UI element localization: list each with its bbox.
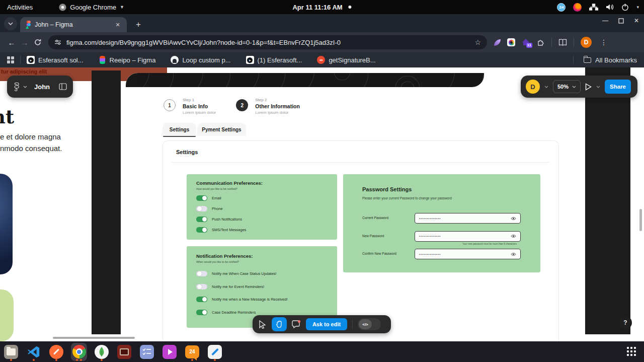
folder-icon bbox=[584, 57, 591, 63]
figma-canvas[interactable]: tur adipiscing elit nt e et dolore magna… bbox=[0, 67, 644, 341]
password-field-row: New Password •••••••••••••• Your new pas… bbox=[362, 231, 521, 242]
bookmark-item[interactable]: Loop custom p... bbox=[171, 56, 230, 64]
profile-avatar[interactable]: D bbox=[581, 37, 592, 48]
zoom-dropdown[interactable]: 50% bbox=[553, 80, 581, 93]
flame-icon[interactable] bbox=[573, 3, 582, 12]
clock-label: Apr 11 11:16 AM bbox=[292, 4, 342, 11]
bookmark-item[interactable]: Reeipo – Figma bbox=[99, 56, 156, 64]
app-menu[interactable]: Google Chrome ▼ bbox=[59, 4, 124, 11]
mysql-workbench-app-icon[interactable] bbox=[116, 343, 132, 361]
network-icon[interactable] bbox=[589, 4, 598, 11]
maximize-icon[interactable] bbox=[618, 18, 624, 24]
reading-list-icon[interactable] bbox=[558, 39, 567, 46]
chat-app-icon[interactable]: 24 bbox=[184, 343, 200, 361]
bookmark-favicon bbox=[100, 56, 105, 64]
bookmark-item[interactable]: getSignatureB... bbox=[317, 56, 375, 64]
bookmark-star-icon[interactable]: ☆ bbox=[474, 38, 481, 46]
preference-row: SMS/Text Messages bbox=[196, 227, 328, 233]
move-tool-icon[interactable] bbox=[259, 320, 267, 329]
code-icon: </> bbox=[359, 319, 372, 329]
share-button[interactable]: Share bbox=[605, 80, 631, 94]
bookmark-favicon bbox=[246, 56, 254, 64]
dark-frame-left bbox=[92, 70, 121, 334]
stepper-step: 1 Step 1 Basic Info Lorem ipsum dolor bbox=[164, 98, 216, 115]
browser-tab[interactable]: John – Figma ✕ bbox=[20, 17, 127, 32]
tasks-app-icon[interactable] bbox=[139, 343, 155, 361]
notes-app-icon[interactable] bbox=[207, 343, 223, 361]
green-card-fragment bbox=[0, 289, 14, 341]
vertical-scrollbar[interactable] bbox=[639, 209, 642, 231]
indicator-dot-icon bbox=[349, 6, 352, 9]
password-field-row: Confirm New Password •••••••••••••• bbox=[362, 249, 521, 260]
chevron-down-icon[interactable]: ▾ bbox=[636, 5, 639, 10]
minimize-icon[interactable]: — bbox=[602, 17, 608, 24]
dev-mode-toggle[interactable]: </> bbox=[358, 318, 381, 330]
bookmark-item[interactable]: (1) Esferasoft... bbox=[246, 56, 302, 64]
bookmark-favicon bbox=[171, 56, 179, 64]
panel-toggle-icon[interactable] bbox=[59, 83, 67, 90]
help-button[interactable]: ? bbox=[619, 316, 632, 329]
stepper: 1 Step 1 Basic Info Lorem ipsum dolor 2 … bbox=[164, 98, 300, 115]
preference-row: Phone bbox=[196, 206, 328, 211]
figma-file-pill: John bbox=[7, 76, 73, 98]
lens-extension-icon[interactable] bbox=[507, 38, 515, 46]
step-number: 1 bbox=[164, 99, 176, 111]
browser-menu-icon[interactable]: ⋮ bbox=[598, 38, 609, 46]
clock[interactable]: Apr 11 11:16 AM bbox=[292, 4, 351, 11]
chevron-down-icon[interactable] bbox=[596, 86, 600, 88]
ask-to-edit-button[interactable]: Ask to edit bbox=[306, 318, 347, 330]
chevron-down-icon bbox=[572, 86, 576, 88]
password-input: •••••••••••••• bbox=[415, 231, 521, 242]
collaborator-avatar[interactable]: D bbox=[526, 80, 540, 94]
panel-divider bbox=[172, 162, 549, 163]
volume-icon[interactable] bbox=[606, 4, 614, 11]
postman-app-icon[interactable] bbox=[48, 343, 64, 361]
bookmark-favicon bbox=[317, 56, 325, 64]
back-icon[interactable]: ← bbox=[5, 36, 18, 49]
frame-header-art bbox=[126, 73, 484, 87]
screen: Activities Google Chrome ▼ Apr 11 11:16 … bbox=[0, 0, 644, 362]
card-subtitle: Please enter your current Password to ch… bbox=[362, 196, 521, 200]
masked-value: •••••••••••••• bbox=[419, 235, 441, 238]
address-bar[interactable]: figma.com/design/Bv9gngg1gWVBiAwvCYvClj/… bbox=[48, 35, 487, 49]
toggle-label: Push Notifications bbox=[212, 217, 242, 222]
home-extension-icon[interactable]: 11 bbox=[522, 39, 530, 46]
chevron-down-icon[interactable] bbox=[544, 86, 548, 88]
toggle-label: Email bbox=[212, 196, 221, 200]
site-settings-icon[interactable] bbox=[54, 39, 61, 45]
field-label: New Password bbox=[362, 234, 384, 238]
vscode-app-icon[interactable] bbox=[26, 343, 42, 361]
files-app-icon[interactable] bbox=[3, 343, 19, 361]
forward-icon[interactable]: → bbox=[18, 36, 31, 49]
tab-close-icon[interactable]: ✕ bbox=[114, 21, 122, 29]
heading-fragment: nt bbox=[0, 106, 14, 128]
show-applications-icon[interactable] bbox=[627, 347, 636, 356]
present-play-icon[interactable] bbox=[585, 83, 592, 91]
tab-search-button[interactable] bbox=[4, 17, 17, 30]
feather-extension-icon[interactable] bbox=[494, 39, 501, 46]
apps-shortcut-icon[interactable] bbox=[7, 56, 14, 63]
field-label: Current Password bbox=[362, 216, 388, 220]
toggle-switch bbox=[196, 216, 207, 222]
activities-button[interactable]: Activities bbox=[7, 4, 33, 11]
mongodb-app-icon[interactable] bbox=[94, 343, 110, 361]
horizontal-scrollbar[interactable] bbox=[53, 337, 135, 339]
extensions-puzzle-icon[interactable] bbox=[537, 38, 545, 46]
tab-settings: Settings bbox=[163, 123, 196, 136]
tray-badge-icon[interactable]: 24 bbox=[557, 3, 566, 12]
stepper-step: 2 Step 2 Other Information Lorem ipsum d… bbox=[236, 98, 300, 115]
close-icon[interactable]: ✕ bbox=[634, 17, 639, 24]
figma-logo-icon[interactable] bbox=[13, 83, 19, 91]
chrome-app-icon[interactable] bbox=[71, 343, 87, 361]
new-tab-button[interactable]: + bbox=[132, 18, 145, 31]
hand-tool-button[interactable] bbox=[272, 317, 287, 331]
reload-icon[interactable] bbox=[31, 36, 44, 49]
chevron-down-icon[interactable] bbox=[23, 86, 27, 88]
system-tray: 24 ▾ bbox=[557, 0, 639, 14]
power-icon[interactable] bbox=[621, 4, 629, 11]
comment-tool-button[interactable] bbox=[292, 320, 301, 329]
all-bookmarks-button[interactable]: All Bookmarks bbox=[567, 56, 637, 64]
communication-preferences-card: Communication Preferences: How would you… bbox=[187, 174, 337, 240]
bookmark-item[interactable]: Esferasoft sol... bbox=[27, 56, 84, 64]
media-player-app-icon[interactable] bbox=[162, 343, 178, 361]
